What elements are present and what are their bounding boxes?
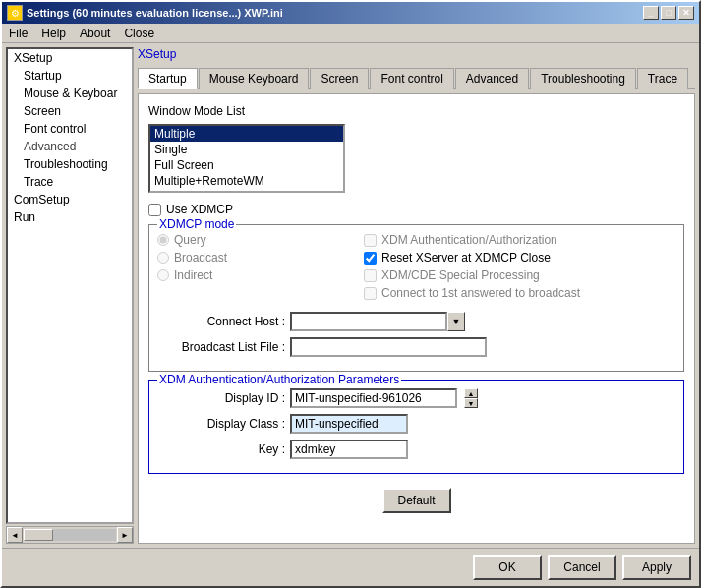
key-label: Key : xyxy=(157,442,285,456)
menu-help[interactable]: Help xyxy=(38,26,69,41)
list-item-multiple[interactable]: Multiple xyxy=(150,126,343,142)
reset-xserver-checkbox[interactable] xyxy=(364,252,377,265)
sidebar-item-mouse-keyboard[interactable]: Mouse & Keyboar xyxy=(8,85,132,102)
xdm-cde-label: XDM/CDE Special Processing xyxy=(381,268,540,282)
tab-troubleshooting[interactable]: Troubleshooting xyxy=(530,68,636,89)
scroll-left-button[interactable]: ◄ xyxy=(7,527,23,543)
main-window: ⚙ Settings (60 minutes evaluation licens… xyxy=(0,0,701,588)
broadcast-list-row: Broadcast List File : xyxy=(157,337,675,357)
display-id-down-btn[interactable]: ▼ xyxy=(464,398,478,408)
sidebar-item-xsetup[interactable]: XSetup xyxy=(8,49,132,67)
tab-content-startup: Window Mode List Multiple Single Full Sc… xyxy=(138,93,695,544)
radio-query[interactable] xyxy=(157,234,169,246)
xdm-auth-label: XDM Authentication/Authorization xyxy=(381,233,557,247)
sidebar-item-screen[interactable]: Screen xyxy=(8,102,132,120)
broadcast-list-label: Broadcast List File : xyxy=(157,340,285,354)
sidebar-item-comsetup[interactable]: ComSetup xyxy=(8,191,132,208)
window-icon: ⚙ xyxy=(7,5,23,21)
apply-button[interactable]: Apply xyxy=(622,555,691,580)
connect-host-dropdown-btn[interactable]: ▼ xyxy=(447,312,465,331)
bottom-bar: OK Cancel Apply xyxy=(2,548,699,586)
xdmcp-group: XDMCP mode Query Broadcast xyxy=(148,224,684,372)
radio-broadcast[interactable] xyxy=(157,252,169,264)
radio-indirect-row: Indirect xyxy=(157,268,354,282)
xdm-auth-row: XDM Authentication/Authorization xyxy=(364,233,675,247)
radio-broadcast-label: Broadcast xyxy=(174,251,227,265)
key-row: Key : xyxy=(157,440,675,459)
auth-section: XDM Authentication/Authorization Paramet… xyxy=(148,380,684,474)
display-id-up-btn[interactable]: ▲ xyxy=(464,388,478,398)
sidebar-item-run[interactable]: Run xyxy=(8,208,132,226)
list-item-single[interactable]: Single xyxy=(150,142,343,157)
list-item-fullscreen[interactable]: Full Screen xyxy=(150,157,343,173)
tab-trace[interactable]: Trace xyxy=(637,68,688,89)
use-xdmcp-label: Use XDMCP xyxy=(166,203,233,216)
connect-host-input[interactable] xyxy=(290,312,447,331)
reset-xserver-row: Reset XServer at XDMCP Close xyxy=(364,251,675,265)
display-id-row: Display ID : ▲ ▼ xyxy=(157,388,675,408)
title-bar: ⚙ Settings (60 minutes evaluation licens… xyxy=(2,2,699,24)
radio-indirect[interactable] xyxy=(157,269,169,281)
default-button[interactable]: Default xyxy=(382,488,451,513)
radio-broadcast-row: Broadcast xyxy=(157,251,354,265)
connect-host-label: Connect Host : xyxy=(157,315,285,328)
connect-broadcast-row: Connect to 1st answered to broadcast xyxy=(364,286,675,300)
xdmcp-mode-label: XDMCP mode xyxy=(157,217,236,231)
close-button[interactable]: ✕ xyxy=(678,6,694,20)
scroll-track[interactable] xyxy=(24,529,116,541)
display-id-input[interactable] xyxy=(290,388,457,408)
window-title: Settings (60 minutes evaluation license.… xyxy=(27,7,283,19)
tab-mouse-keyboard[interactable]: Mouse Keyboard xyxy=(199,68,310,89)
sidebar-item-troubleshooting[interactable]: Troubleshooting xyxy=(8,155,132,173)
tab-bar: Startup Mouse Keyboard Screen Font contr… xyxy=(138,67,695,89)
display-class-row: Display Class : xyxy=(157,414,675,434)
display-id-label: Display ID : xyxy=(157,391,285,405)
sidebar-item-advanced[interactable]: Advanced xyxy=(8,138,132,155)
tab-screen[interactable]: Screen xyxy=(310,68,369,89)
key-input[interactable] xyxy=(290,440,408,459)
maximize-button[interactable]: □ xyxy=(661,6,676,20)
xdm-cde-row: XDM/CDE Special Processing xyxy=(364,268,675,282)
broadcast-list-input[interactable] xyxy=(290,337,487,357)
sidebar-item-startup[interactable]: Startup xyxy=(8,67,132,85)
sidebar-scrollbar: ◄ ► xyxy=(6,526,134,544)
radio-query-label: Query xyxy=(174,233,206,247)
main-panel: XSetup Startup Mouse Keyboard Screen Fon… xyxy=(138,47,695,544)
minimize-button[interactable]: _ xyxy=(643,6,659,20)
window-mode-listbox[interactable]: Multiple Single Full Screen Multiple+Rem… xyxy=(148,124,345,193)
sidebar-item-trace[interactable]: Trace xyxy=(8,173,132,191)
auth-section-title: XDM Authentication/Authorization Paramet… xyxy=(157,373,401,386)
menu-about[interactable]: About xyxy=(77,26,113,41)
sidebar-list: XSetup Startup Mouse & Keyboar Screen Fo… xyxy=(6,47,134,524)
sidebar: XSetup Startup Mouse & Keyboar Screen Fo… xyxy=(6,47,134,544)
reset-xserver-label: Reset XServer at XDMCP Close xyxy=(381,251,551,265)
radio-indirect-label: Indirect xyxy=(174,268,212,282)
xsetup-label: XSetup xyxy=(138,47,695,61)
window-mode-label: Window Mode List xyxy=(148,104,684,118)
connect-broadcast-checkbox[interactable] xyxy=(364,287,377,300)
display-class-label: Display Class : xyxy=(157,417,285,431)
xdm-auth-checkbox[interactable] xyxy=(364,234,377,247)
menu-close[interactable]: Close xyxy=(121,26,157,41)
tab-startup[interactable]: Startup xyxy=(138,68,198,89)
tab-font-control[interactable]: Font control xyxy=(370,68,453,89)
menu-bar: File Help About Close xyxy=(2,24,699,43)
xdm-cde-checkbox[interactable] xyxy=(364,269,377,282)
use-xdmcp-checkbox[interactable] xyxy=(148,204,161,216)
display-class-input[interactable] xyxy=(290,414,408,434)
cancel-button[interactable]: Cancel xyxy=(548,555,616,580)
list-item-multiple-remotewm[interactable]: Multiple+RemoteWM xyxy=(150,173,343,189)
tab-advanced[interactable]: Advanced xyxy=(455,68,529,89)
menu-file[interactable]: File xyxy=(6,26,30,41)
connect-broadcast-label: Connect to 1st answered to broadcast xyxy=(381,286,580,300)
ok-button[interactable]: OK xyxy=(473,555,542,580)
content-area: XSetup Startup Mouse & Keyboar Screen Fo… xyxy=(2,43,699,548)
use-xdmcp-row: Use XDMCP xyxy=(148,203,684,216)
scroll-right-button[interactable]: ► xyxy=(117,527,133,543)
radio-query-row: Query xyxy=(157,233,354,247)
connect-host-row: Connect Host : ▼ xyxy=(157,312,675,331)
scroll-thumb[interactable] xyxy=(24,529,53,541)
sidebar-item-font-control[interactable]: Font control xyxy=(8,120,132,138)
